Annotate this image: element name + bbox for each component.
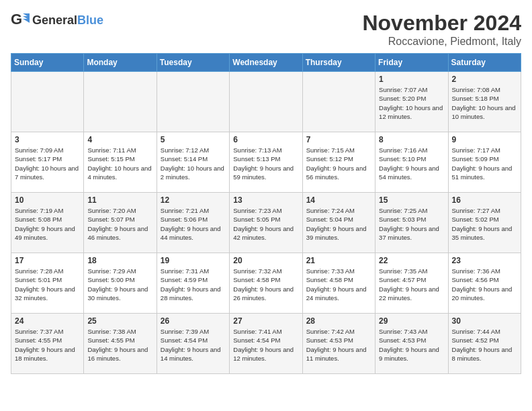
day-info: Sunrise: 7:11 AM Sunset: 5:15 PM Dayligh…	[87, 146, 152, 181]
calendar-week-row: 24Sunrise: 7:37 AM Sunset: 4:55 PM Dayli…	[11, 314, 521, 374]
calendar-cell: 24Sunrise: 7:37 AM Sunset: 4:55 PM Dayli…	[11, 314, 84, 374]
day-number: 16	[452, 195, 517, 205]
svg-marker-3	[23, 19, 30, 23]
day-number: 28	[306, 316, 371, 326]
day-number: 11	[87, 195, 152, 205]
day-number: 10	[15, 195, 80, 205]
day-info: Sunrise: 7:36 AM Sunset: 4:56 PM Dayligh…	[452, 267, 517, 302]
day-info: Sunrise: 7:39 AM Sunset: 4:54 PM Dayligh…	[161, 327, 226, 363]
day-number: 13	[233, 195, 298, 205]
calendar-cell: 28Sunrise: 7:42 AM Sunset: 4:53 PM Dayli…	[302, 314, 375, 374]
day-number: 15	[379, 195, 444, 205]
calendar-cell: 29Sunrise: 7:43 AM Sunset: 4:53 PM Dayli…	[375, 314, 448, 374]
calendar-cell: 5Sunrise: 7:12 AM Sunset: 5:14 PM Daylig…	[157, 132, 229, 193]
day-number: 2	[452, 75, 517, 84]
day-info: Sunrise: 7:43 AM Sunset: 4:53 PM Dayligh…	[379, 327, 444, 363]
calendar-cell: 2Sunrise: 7:08 AM Sunset: 5:18 PM Daylig…	[448, 72, 521, 132]
calendar-header-row: SundayMondayTuesdayWednesdayThursdayFrid…	[11, 54, 521, 72]
calendar-cell: 10Sunrise: 7:19 AM Sunset: 5:08 PM Dayli…	[11, 193, 84, 253]
day-info: Sunrise: 7:31 AM Sunset: 4:59 PM Dayligh…	[161, 267, 226, 302]
day-info: Sunrise: 7:21 AM Sunset: 5:06 PM Dayligh…	[161, 206, 226, 242]
day-number: 18	[87, 256, 152, 265]
day-header-wednesday: Wednesday	[230, 54, 302, 72]
day-info: Sunrise: 7:38 AM Sunset: 4:55 PM Dayligh…	[87, 327, 152, 363]
day-info: Sunrise: 7:29 AM Sunset: 5:00 PM Dayligh…	[87, 267, 152, 302]
day-header-saturday: Saturday	[448, 54, 521, 72]
day-number: 19	[161, 256, 226, 265]
calendar-week-row: 3Sunrise: 7:09 AM Sunset: 5:17 PM Daylig…	[11, 132, 521, 193]
calendar-cell: 23Sunrise: 7:36 AM Sunset: 4:56 PM Dayli…	[448, 253, 521, 314]
calendar-cell: 13Sunrise: 7:23 AM Sunset: 5:05 PM Dayli…	[230, 193, 302, 253]
day-info: Sunrise: 7:41 AM Sunset: 4:54 PM Dayligh…	[233, 327, 298, 363]
calendar-cell: 27Sunrise: 7:41 AM Sunset: 4:54 PM Dayli…	[230, 314, 302, 374]
calendar-cell: 14Sunrise: 7:24 AM Sunset: 5:04 PM Dayli…	[302, 193, 375, 253]
day-info: Sunrise: 7:44 AM Sunset: 4:52 PM Dayligh…	[452, 327, 517, 363]
calendar-cell	[230, 72, 302, 132]
day-info: Sunrise: 7:07 AM Sunset: 5:20 PM Dayligh…	[379, 85, 444, 121]
day-info: Sunrise: 7:33 AM Sunset: 4:58 PM Dayligh…	[306, 267, 371, 302]
day-number: 29	[379, 316, 444, 326]
calendar-cell	[157, 72, 229, 132]
calendar-cell: 16Sunrise: 7:27 AM Sunset: 5:02 PM Dayli…	[448, 193, 521, 253]
day-info: Sunrise: 7:28 AM Sunset: 5:01 PM Dayligh…	[15, 267, 80, 302]
day-info: Sunrise: 7:42 AM Sunset: 4:53 PM Dayligh…	[306, 327, 371, 363]
day-info: Sunrise: 7:27 AM Sunset: 5:02 PM Dayligh…	[452, 206, 517, 242]
calendar-subtitle: Roccavione, Piedmont, Italy	[362, 36, 521, 48]
day-number: 25	[87, 316, 152, 326]
logo: G GeneralBlue	[11, 11, 103, 30]
calendar-week-row: 1Sunrise: 7:07 AM Sunset: 5:20 PM Daylig…	[11, 72, 521, 132]
day-number: 24	[15, 316, 80, 326]
logo-text-general: General	[32, 13, 77, 27]
day-header-tuesday: Tuesday	[157, 54, 229, 72]
calendar-cell: 9Sunrise: 7:17 AM Sunset: 5:09 PM Daylig…	[448, 132, 521, 193]
calendar-cell: 18Sunrise: 7:29 AM Sunset: 5:00 PM Dayli…	[84, 253, 157, 314]
day-info: Sunrise: 7:16 AM Sunset: 5:10 PM Dayligh…	[379, 146, 444, 181]
day-info: Sunrise: 7:13 AM Sunset: 5:13 PM Dayligh…	[233, 146, 298, 181]
day-number: 14	[306, 195, 371, 205]
calendar-cell: 20Sunrise: 7:32 AM Sunset: 4:58 PM Dayli…	[230, 253, 302, 314]
calendar-cell: 30Sunrise: 7:44 AM Sunset: 4:52 PM Dayli…	[448, 314, 521, 374]
calendar-week-row: 10Sunrise: 7:19 AM Sunset: 5:08 PM Dayli…	[11, 193, 521, 253]
day-info: Sunrise: 7:08 AM Sunset: 5:18 PM Dayligh…	[452, 85, 517, 121]
calendar-week-row: 17Sunrise: 7:28 AM Sunset: 5:01 PM Dayli…	[11, 253, 521, 314]
day-number: 4	[87, 135, 152, 144]
day-number: 22	[379, 256, 444, 265]
calendar-cell: 21Sunrise: 7:33 AM Sunset: 4:58 PM Dayli…	[302, 253, 375, 314]
calendar-table: SundayMondayTuesdayWednesdayThursdayFrid…	[11, 53, 521, 374]
calendar-cell: 25Sunrise: 7:38 AM Sunset: 4:55 PM Dayli…	[84, 314, 157, 374]
day-number: 12	[161, 195, 226, 205]
day-number: 8	[379, 135, 444, 144]
calendar-cell: 11Sunrise: 7:20 AM Sunset: 5:07 PM Dayli…	[84, 193, 157, 253]
day-number: 23	[452, 256, 517, 265]
day-number: 1	[379, 75, 444, 84]
calendar-cell: 19Sunrise: 7:31 AM Sunset: 4:59 PM Dayli…	[157, 253, 229, 314]
title-area: November 2024 Roccavione, Piedmont, Ital…	[362, 11, 521, 48]
day-number: 5	[161, 135, 226, 144]
day-number: 3	[15, 135, 80, 144]
day-info: Sunrise: 7:37 AM Sunset: 4:55 PM Dayligh…	[15, 327, 80, 363]
day-header-sunday: Sunday	[11, 54, 84, 72]
day-number: 17	[15, 256, 80, 265]
day-number: 20	[233, 256, 298, 265]
day-info: Sunrise: 7:24 AM Sunset: 5:04 PM Dayligh…	[306, 206, 371, 242]
day-info: Sunrise: 7:25 AM Sunset: 5:03 PM Dayligh…	[379, 206, 444, 242]
day-info: Sunrise: 7:15 AM Sunset: 5:12 PM Dayligh…	[306, 146, 371, 181]
day-header-friday: Friday	[375, 54, 448, 72]
header: G GeneralBlue November 2024 Roccavione, …	[11, 11, 521, 48]
calendar-cell: 22Sunrise: 7:35 AM Sunset: 4:57 PM Dayli…	[375, 253, 448, 314]
calendar-cell: 3Sunrise: 7:09 AM Sunset: 5:17 PM Daylig…	[11, 132, 84, 193]
calendar-cell: 8Sunrise: 7:16 AM Sunset: 5:10 PM Daylig…	[375, 132, 448, 193]
day-info: Sunrise: 7:20 AM Sunset: 5:07 PM Dayligh…	[87, 206, 152, 242]
day-header-monday: Monday	[84, 54, 157, 72]
day-info: Sunrise: 7:17 AM Sunset: 5:09 PM Dayligh…	[452, 146, 517, 181]
day-number: 26	[161, 316, 226, 326]
day-number: 6	[233, 135, 298, 144]
day-info: Sunrise: 7:35 AM Sunset: 4:57 PM Dayligh…	[379, 267, 444, 302]
logo-text-blue: Blue	[77, 13, 103, 27]
day-number: 7	[306, 135, 371, 144]
calendar-cell	[11, 72, 84, 132]
calendar-cell: 26Sunrise: 7:39 AM Sunset: 4:54 PM Dayli…	[157, 314, 229, 374]
day-info: Sunrise: 7:09 AM Sunset: 5:17 PM Dayligh…	[15, 146, 80, 181]
day-header-thursday: Thursday	[302, 54, 375, 72]
logo-icon: G	[11, 11, 30, 30]
